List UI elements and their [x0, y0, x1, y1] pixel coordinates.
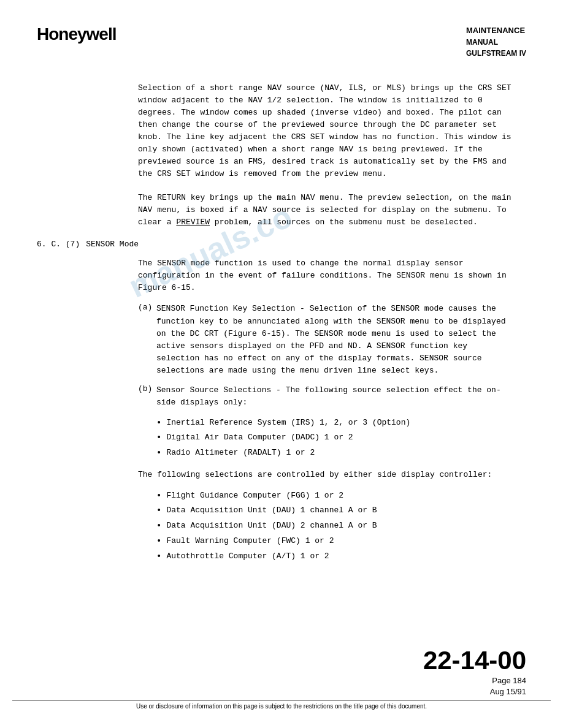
honeywell-logo: Honeywell — [37, 25, 116, 44]
sub-item-b-label: (b) — [138, 384, 156, 409]
date-line: Aug 15/91 — [0, 686, 526, 697]
bullet-item: • Autothrottle Computer (A/T) 1 or 2 — [156, 550, 514, 564]
bullet-symbol: • — [156, 550, 161, 564]
bullet-item: • Digital Air Data Computer (DADC) 1 or … — [156, 431, 514, 445]
section-header: 6. C. (7) SENSOR Mode — [37, 240, 526, 249]
manual-info: MAINTENANCE MANUAL GULFSTREAM IV — [466, 25, 526, 59]
page-container: Honeywell MAINTENANCE MANUAL GULFSTREAM … — [0, 0, 563, 728]
bullet-text: Autothrottle Computer (A/T) 1 or 2 — [166, 550, 329, 564]
bullet-text: Data Acquisition Unit (DAU) 1 channel A … — [166, 504, 377, 518]
page-header: Honeywell MAINTENANCE MANUAL GULFSTREAM … — [37, 25, 526, 65]
bullet-list-b: • Flight Guidance Computer (FGG) 1 or 2 … — [156, 490, 514, 563]
page-number-block: 22-14-00 Page 184 Aug 15/91 — [0, 646, 563, 697]
bullet-symbol: • — [156, 520, 161, 533]
sub-item-a: (a) SENSOR Function Key Selection - Sele… — [138, 303, 514, 377]
bullet-item: • Radio Altimeter (RADALT) 1 or 2 — [156, 447, 514, 460]
footer-disclaimer: Use or disclosure of information on this… — [12, 700, 551, 710]
aircraft-name: GULFSTREAM IV — [466, 48, 526, 59]
manual-name: MANUAL — [466, 37, 526, 48]
sensor-intro: The SENSOR mode function is used to chan… — [138, 257, 514, 294]
section-title: SENSOR Mode — [86, 240, 139, 249]
bullet-item: • Fault Warning Computer (FWC) 1 or 2 — [156, 535, 514, 548]
page-footer: 22-14-00 Page 184 Aug 15/91 Use or discl… — [0, 646, 563, 710]
bullet-text: Fault Warning Computer (FWC) 1 or 2 — [166, 535, 334, 548]
manual-type: MAINTENANCE — [466, 25, 526, 37]
page-number-large: 22-14-00 — [0, 646, 526, 675]
main-content: Selection of a short range NAV source (N… — [37, 82, 526, 564]
bullet-symbol: • — [156, 431, 161, 445]
bullet-text: Inertial Reference System (IRS) 1, 2, or… — [166, 417, 410, 430]
bullet-symbol: • — [156, 490, 161, 503]
following-text: The following selections are controlled … — [138, 469, 514, 481]
sub-item-b-content: Sensor Source Selections - The following… — [156, 384, 514, 409]
bullet-item: • Inertial Reference System (IRS) 1, 2, … — [156, 417, 514, 430]
bullet-text: Radio Altimeter (RADALT) 1 or 2 — [166, 447, 315, 460]
bullet-symbol: • — [156, 504, 161, 518]
bullet-item: • Flight Guidance Computer (FGG) 1 or 2 — [156, 490, 514, 503]
bullet-symbol: • — [156, 417, 161, 430]
page-number-line: Page 184 — [0, 675, 526, 686]
sub-item-b: (b) Sensor Source Selections - The follo… — [138, 384, 514, 409]
paragraph-1: Selection of a short range NAV source (N… — [138, 82, 514, 181]
sub-item-a-content: SENSOR Function Key Selection - Selectio… — [156, 303, 514, 377]
bullet-item: • Data Acquisition Unit (DAU) 2 channel … — [156, 520, 514, 533]
bullet-item: • Data Acquisition Unit (DAU) 1 channel … — [156, 504, 514, 518]
bullet-symbol: • — [156, 535, 161, 548]
bullet-text: Digital Air Data Computer (DADC) 1 or 2 — [166, 431, 353, 445]
paragraph-2: The RETURN key brings up the main NAV me… — [138, 192, 514, 229]
bullet-symbol: • — [156, 447, 161, 460]
preview-underline: PREVIEW — [176, 218, 210, 227]
bullet-text: Data Acquisition Unit (DAU) 2 channel A … — [166, 520, 377, 533]
sub-item-a-label: (a) — [138, 303, 156, 377]
section-number: 6. C. (7) — [37, 240, 80, 249]
bullet-list-a: • Inertial Reference System (IRS) 1, 2, … — [156, 417, 514, 460]
bullet-text: Flight Guidance Computer (FGG) 1 or 2 — [166, 490, 343, 503]
